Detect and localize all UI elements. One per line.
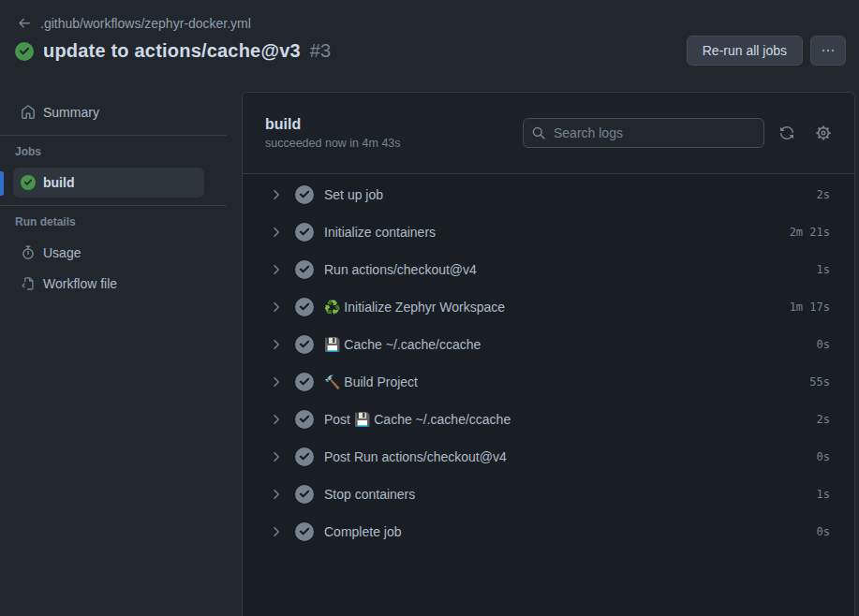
step-row[interactable]: Stop containers 1s <box>243 476 854 513</box>
step-success-icon <box>295 373 314 391</box>
more-options-button[interactable] <box>810 36 846 66</box>
run-details-section-label: Run details <box>0 215 242 228</box>
job-item-wrap: build <box>0 168 242 198</box>
step-success-icon <box>295 447 314 466</box>
step-success-icon <box>295 335 314 354</box>
chevron-right-icon[interactable] <box>269 374 284 389</box>
step-row[interactable]: 🔨 Build Project 55s <box>243 363 854 401</box>
step-success-icon <box>295 485 314 504</box>
sync-icon <box>779 125 794 140</box>
step-duration: 55s <box>798 375 830 389</box>
step-duration: 0s <box>806 525 830 538</box>
step-row[interactable]: 💾 Cache ~/.cache/ccache 0s <box>243 326 854 363</box>
step-success-icon <box>295 298 314 316</box>
chevron-right-icon[interactable] <box>269 412 284 427</box>
sidebar-divider <box>0 205 227 206</box>
run-number: #3 <box>310 40 331 62</box>
step-row[interactable]: Complete job 0s <box>243 513 854 550</box>
step-name: 🔨 Build Project <box>324 374 418 389</box>
file-code-icon <box>21 276 36 291</box>
step-duration: 2m 21s <box>778 226 830 239</box>
step-duration: 1s <box>806 263 830 276</box>
step-success-icon <box>295 260 314 279</box>
job-success-icon <box>21 175 36 190</box>
chevron-right-icon[interactable] <box>269 524 284 539</box>
step-duration: 0s <box>806 450 830 463</box>
search-logs <box>523 118 764 148</box>
step-success-icon <box>295 410 314 429</box>
sidebar-divider <box>0 135 227 136</box>
selected-accent-bar <box>0 171 4 196</box>
jobs-section-label: Jobs <box>0 145 242 158</box>
chevron-right-icon[interactable] <box>269 225 284 240</box>
step-name: Set up job <box>324 187 383 202</box>
step-row[interactable]: Post Run actions/checkout@v4 0s <box>243 438 854 476</box>
run-title: update to actions/cache@v3 <box>43 40 301 62</box>
step-row[interactable]: Set up job 2s <box>243 176 854 213</box>
sidebar-item-usage[interactable]: Usage <box>13 238 204 268</box>
step-success-icon <box>295 522 314 541</box>
run-header: .github/workflows/zephyr-docker.yml upda… <box>0 0 859 92</box>
run-status-success-icon <box>15 42 34 61</box>
workflow-run-page: .github/workflows/zephyr-docker.yml upda… <box>0 0 859 616</box>
sidebar-item-summary[interactable]: Summary <box>13 97 204 127</box>
sidebar-item-workflow-file[interactable]: Workflow file <box>13 269 204 299</box>
step-name: Complete job <box>324 524 402 539</box>
step-duration: 1m 17s <box>778 301 830 314</box>
step-duration: 0s <box>806 338 830 351</box>
step-row[interactable]: ♻️ Initialize Zephyr Workspace 1m 17s <box>243 288 854 326</box>
kebab-icon <box>821 43 836 58</box>
step-success-icon <box>295 185 314 204</box>
sidebar-item-build-job[interactable]: build <box>13 168 204 198</box>
step-name: 💾 Cache ~/.cache/ccache <box>324 337 481 352</box>
chevron-right-icon[interactable] <box>269 187 284 202</box>
step-duration: 2s <box>806 413 830 426</box>
job-title-block: build succeeded now in 4m 43s <box>265 116 401 150</box>
step-name: Post Run actions/checkout@v4 <box>324 449 507 464</box>
breadcrumb[interactable]: .github/workflows/zephyr-docker.yml <box>17 16 844 31</box>
job-log-panel: build succeeded now in 4m 43s <box>242 92 855 616</box>
step-duration: 1s <box>806 488 830 501</box>
gear-icon <box>815 125 832 141</box>
home-icon <box>21 105 36 120</box>
step-success-icon <box>295 223 314 242</box>
step-name: Post 💾 Cache ~/.cache/ccache <box>324 412 511 427</box>
job-status-text: succeeded now in 4m 43s <box>265 137 401 150</box>
sidebar-item-label: build <box>43 175 74 190</box>
refresh-logs-button[interactable] <box>779 125 794 140</box>
stopwatch-icon <box>21 245 36 260</box>
chevron-right-icon[interactable] <box>269 300 284 315</box>
step-row[interactable]: Post 💾 Cache ~/.cache/ccache 2s <box>243 401 854 438</box>
rerun-all-jobs-button[interactable]: Re-run all jobs <box>687 36 803 66</box>
chevron-right-icon[interactable] <box>269 262 284 277</box>
back-arrow-icon[interactable] <box>17 16 32 31</box>
step-name: Stop containers <box>324 487 415 502</box>
sidebar-item-label: Workflow file <box>43 276 117 291</box>
chevron-right-icon[interactable] <box>269 487 284 502</box>
breadcrumb-path[interactable]: .github/workflows/zephyr-docker.yml <box>40 16 251 31</box>
step-name: Initialize containers <box>324 225 436 240</box>
step-name: Run actions/checkout@v4 <box>324 262 477 277</box>
job-title: build <box>265 116 401 133</box>
chevron-right-icon[interactable] <box>269 449 284 464</box>
log-settings-button[interactable] <box>815 125 832 141</box>
job-log-header: build succeeded now in 4m 43s <box>243 93 854 174</box>
sidebar-item-label: Summary <box>43 105 99 120</box>
search-logs-input[interactable] <box>523 118 764 148</box>
step-name: ♻️ Initialize Zephyr Workspace <box>324 300 505 315</box>
step-row[interactable]: Run actions/checkout@v4 1s <box>243 251 854 288</box>
header-actions: Re-run all jobs <box>687 36 846 66</box>
chevron-right-icon[interactable] <box>269 337 284 352</box>
sidebar-item-label: Usage <box>43 245 81 260</box>
step-row[interactable]: Initialize containers 2m 21s <box>243 213 854 251</box>
step-duration: 2s <box>806 188 830 201</box>
sidebar: Summary Jobs build Run details <box>0 92 242 616</box>
main-content: Summary Jobs build Run details <box>0 92 859 616</box>
steps-list: Set up job 2s Initialize containers 2m 2… <box>243 174 854 616</box>
